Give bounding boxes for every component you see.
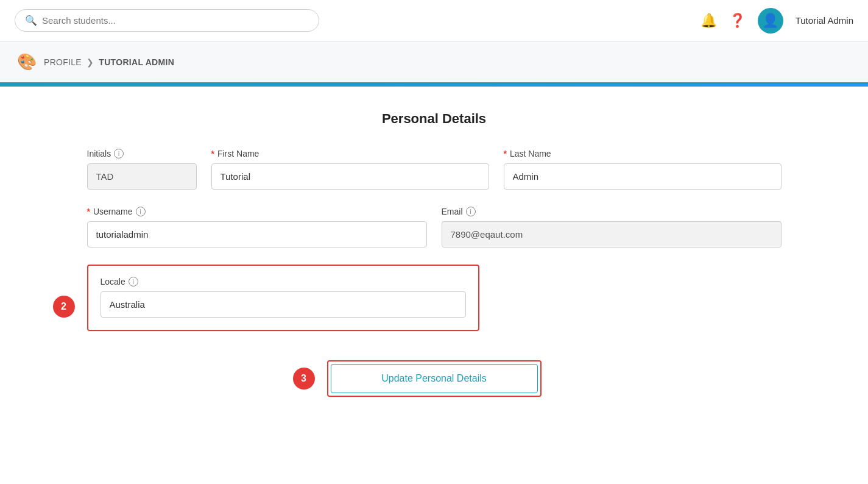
email-group: Email i xyxy=(442,207,782,247)
last-name-input[interactable] xyxy=(504,163,782,190)
main-content: Personal Details Initials i * First Name… xyxy=(38,87,830,421)
breadcrumb-chevron: ❯ xyxy=(86,57,94,67)
search-bar[interactable]: 🔍 xyxy=(15,9,319,32)
last-name-label: * Last Name xyxy=(504,149,782,158)
nav-username: Tutorial Admin xyxy=(796,15,853,26)
help-icon[interactable]: ❓ xyxy=(729,13,746,29)
page-title: Personal Details xyxy=(87,111,782,127)
first-name-input[interactable] xyxy=(211,163,489,190)
username-info-icon[interactable]: i xyxy=(136,207,146,216)
initials-label: Initials i xyxy=(87,149,197,158)
breadcrumb: PROFILE ❯ TUTORIAL ADMIN xyxy=(44,57,174,67)
username-group: * Username i xyxy=(87,207,427,247)
locale-group: Locale i xyxy=(101,277,466,318)
locale-section: Locale i xyxy=(87,265,479,331)
avatar-icon: 👤 xyxy=(762,13,778,29)
step-2-badge: 2 xyxy=(53,296,75,318)
search-input[interactable] xyxy=(42,15,309,26)
update-btn-container: 3 Update Personal Details xyxy=(327,360,542,397)
palette-icon: 🎨 xyxy=(17,52,37,71)
username-label: * Username i xyxy=(87,207,427,216)
nav-right: 🔔 ❓ 👤 Tutorial Admin xyxy=(700,8,853,34)
form-row-1: Initials i * First Name * Last Name xyxy=(87,149,782,190)
search-icon: 🔍 xyxy=(25,15,37,26)
button-row: 3 Update Personal Details xyxy=(87,360,782,397)
email-info-icon[interactable]: i xyxy=(466,207,476,216)
update-btn-wrapper: Update Personal Details xyxy=(327,360,542,397)
form-row-2: * Username i Email i xyxy=(87,207,782,247)
navbar: 🔍 🔔 ❓ 👤 Tutorial Admin xyxy=(0,0,868,41)
first-name-group: * First Name xyxy=(211,149,489,190)
breadcrumb-bar: 🎨 PROFILE ❯ TUTORIAL ADMIN xyxy=(0,41,868,84)
avatar[interactable]: 👤 xyxy=(758,8,783,34)
email-label: Email i xyxy=(442,207,782,216)
breadcrumb-parent[interactable]: PROFILE xyxy=(44,57,82,67)
step-3-badge: 3 xyxy=(293,368,315,390)
locale-container: 2 Locale i xyxy=(87,265,782,348)
notifications-icon[interactable]: 🔔 xyxy=(700,13,717,29)
email-input[interactable] xyxy=(442,221,782,247)
initials-input[interactable] xyxy=(87,163,197,190)
first-name-label: * First Name xyxy=(211,149,489,158)
locale-label: Locale i xyxy=(101,277,466,286)
initials-group: Initials i xyxy=(87,149,197,190)
breadcrumb-current: TUTORIAL ADMIN xyxy=(99,57,174,67)
username-input[interactable] xyxy=(87,221,427,247)
locale-info-icon[interactable]: i xyxy=(129,277,138,286)
locale-input[interactable] xyxy=(101,291,466,318)
update-personal-details-button[interactable]: Update Personal Details xyxy=(331,364,538,393)
last-name-group: * Last Name xyxy=(504,149,782,190)
initials-info-icon[interactable]: i xyxy=(114,149,124,158)
